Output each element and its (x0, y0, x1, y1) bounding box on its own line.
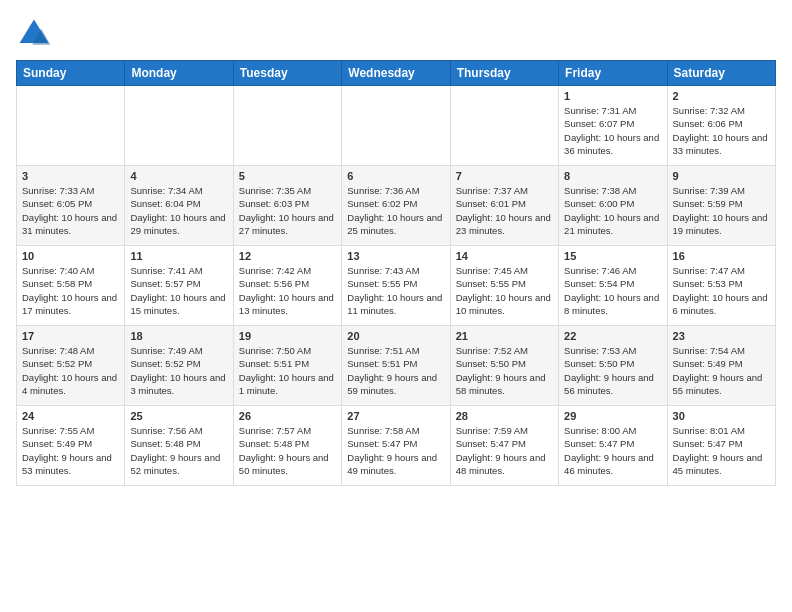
day-info: Sunrise: 7:45 AM Sunset: 5:55 PM Dayligh… (456, 264, 553, 317)
day-number: 11 (130, 250, 227, 262)
calendar-cell: 26Sunrise: 7:57 AM Sunset: 5:48 PM Dayli… (233, 406, 341, 486)
calendar-week-5: 24Sunrise: 7:55 AM Sunset: 5:49 PM Dayli… (17, 406, 776, 486)
calendar-cell: 8Sunrise: 7:38 AM Sunset: 6:00 PM Daylig… (559, 166, 667, 246)
calendar-cell: 10Sunrise: 7:40 AM Sunset: 5:58 PM Dayli… (17, 246, 125, 326)
day-info: Sunrise: 7:35 AM Sunset: 6:03 PM Dayligh… (239, 184, 336, 237)
day-number: 9 (673, 170, 770, 182)
calendar-cell: 19Sunrise: 7:50 AM Sunset: 5:51 PM Dayli… (233, 326, 341, 406)
day-number: 4 (130, 170, 227, 182)
calendar-cell (342, 86, 450, 166)
calendar-header: SundayMondayTuesdayWednesdayThursdayFrid… (17, 61, 776, 86)
header (16, 16, 776, 52)
day-number: 22 (564, 330, 661, 342)
day-number: 18 (130, 330, 227, 342)
day-number: 26 (239, 410, 336, 422)
logo-icon (16, 16, 52, 52)
calendar-week-4: 17Sunrise: 7:48 AM Sunset: 5:52 PM Dayli… (17, 326, 776, 406)
calendar-cell: 22Sunrise: 7:53 AM Sunset: 5:50 PM Dayli… (559, 326, 667, 406)
calendar-cell: 1Sunrise: 7:31 AM Sunset: 6:07 PM Daylig… (559, 86, 667, 166)
day-info: Sunrise: 7:40 AM Sunset: 5:58 PM Dayligh… (22, 264, 119, 317)
day-number: 10 (22, 250, 119, 262)
day-info: Sunrise: 7:46 AM Sunset: 5:54 PM Dayligh… (564, 264, 661, 317)
calendar-cell: 21Sunrise: 7:52 AM Sunset: 5:50 PM Dayli… (450, 326, 558, 406)
calendar-cell: 13Sunrise: 7:43 AM Sunset: 5:55 PM Dayli… (342, 246, 450, 326)
calendar-body: 1Sunrise: 7:31 AM Sunset: 6:07 PM Daylig… (17, 86, 776, 486)
calendar-cell: 15Sunrise: 7:46 AM Sunset: 5:54 PM Dayli… (559, 246, 667, 326)
day-number: 6 (347, 170, 444, 182)
calendar-cell: 7Sunrise: 7:37 AM Sunset: 6:01 PM Daylig… (450, 166, 558, 246)
day-number: 16 (673, 250, 770, 262)
calendar-cell: 5Sunrise: 7:35 AM Sunset: 6:03 PM Daylig… (233, 166, 341, 246)
calendar-cell (125, 86, 233, 166)
day-number: 21 (456, 330, 553, 342)
day-info: Sunrise: 7:43 AM Sunset: 5:55 PM Dayligh… (347, 264, 444, 317)
calendar-cell: 20Sunrise: 7:51 AM Sunset: 5:51 PM Dayli… (342, 326, 450, 406)
day-info: Sunrise: 7:31 AM Sunset: 6:07 PM Dayligh… (564, 104, 661, 157)
calendar-cell: 24Sunrise: 7:55 AM Sunset: 5:49 PM Dayli… (17, 406, 125, 486)
calendar-cell: 18Sunrise: 7:49 AM Sunset: 5:52 PM Dayli… (125, 326, 233, 406)
weekday-header-tuesday: Tuesday (233, 61, 341, 86)
calendar-cell: 9Sunrise: 7:39 AM Sunset: 5:59 PM Daylig… (667, 166, 775, 246)
calendar-cell (17, 86, 125, 166)
calendar-cell: 28Sunrise: 7:59 AM Sunset: 5:47 PM Dayli… (450, 406, 558, 486)
day-number: 23 (673, 330, 770, 342)
day-info: Sunrise: 7:50 AM Sunset: 5:51 PM Dayligh… (239, 344, 336, 397)
day-info: Sunrise: 7:37 AM Sunset: 6:01 PM Dayligh… (456, 184, 553, 237)
weekday-header-sunday: Sunday (17, 61, 125, 86)
logo (16, 16, 56, 52)
day-number: 29 (564, 410, 661, 422)
day-info: Sunrise: 7:39 AM Sunset: 5:59 PM Dayligh… (673, 184, 770, 237)
calendar-cell: 29Sunrise: 8:00 AM Sunset: 5:47 PM Dayli… (559, 406, 667, 486)
day-number: 19 (239, 330, 336, 342)
calendar-cell: 16Sunrise: 7:47 AM Sunset: 5:53 PM Dayli… (667, 246, 775, 326)
day-info: Sunrise: 7:53 AM Sunset: 5:50 PM Dayligh… (564, 344, 661, 397)
calendar-cell: 2Sunrise: 7:32 AM Sunset: 6:06 PM Daylig… (667, 86, 775, 166)
calendar-week-3: 10Sunrise: 7:40 AM Sunset: 5:58 PM Dayli… (17, 246, 776, 326)
calendar-table: SundayMondayTuesdayWednesdayThursdayFrid… (16, 60, 776, 486)
calendar-week-2: 3Sunrise: 7:33 AM Sunset: 6:05 PM Daylig… (17, 166, 776, 246)
calendar-cell: 14Sunrise: 7:45 AM Sunset: 5:55 PM Dayli… (450, 246, 558, 326)
day-info: Sunrise: 7:51 AM Sunset: 5:51 PM Dayligh… (347, 344, 444, 397)
day-number: 27 (347, 410, 444, 422)
day-number: 7 (456, 170, 553, 182)
day-info: Sunrise: 7:47 AM Sunset: 5:53 PM Dayligh… (673, 264, 770, 317)
day-number: 3 (22, 170, 119, 182)
calendar-cell: 12Sunrise: 7:42 AM Sunset: 5:56 PM Dayli… (233, 246, 341, 326)
weekday-header-row: SundayMondayTuesdayWednesdayThursdayFrid… (17, 61, 776, 86)
day-info: Sunrise: 8:01 AM Sunset: 5:47 PM Dayligh… (673, 424, 770, 477)
calendar-cell: 11Sunrise: 7:41 AM Sunset: 5:57 PM Dayli… (125, 246, 233, 326)
day-number: 13 (347, 250, 444, 262)
day-info: Sunrise: 7:49 AM Sunset: 5:52 PM Dayligh… (130, 344, 227, 397)
day-number: 15 (564, 250, 661, 262)
day-info: Sunrise: 8:00 AM Sunset: 5:47 PM Dayligh… (564, 424, 661, 477)
day-number: 20 (347, 330, 444, 342)
day-info: Sunrise: 7:34 AM Sunset: 6:04 PM Dayligh… (130, 184, 227, 237)
day-info: Sunrise: 7:52 AM Sunset: 5:50 PM Dayligh… (456, 344, 553, 397)
calendar-cell: 27Sunrise: 7:58 AM Sunset: 5:47 PM Dayli… (342, 406, 450, 486)
day-info: Sunrise: 7:58 AM Sunset: 5:47 PM Dayligh… (347, 424, 444, 477)
weekday-header-friday: Friday (559, 61, 667, 86)
day-info: Sunrise: 7:56 AM Sunset: 5:48 PM Dayligh… (130, 424, 227, 477)
day-number: 8 (564, 170, 661, 182)
weekday-header-saturday: Saturday (667, 61, 775, 86)
day-number: 30 (673, 410, 770, 422)
day-number: 28 (456, 410, 553, 422)
day-info: Sunrise: 7:32 AM Sunset: 6:06 PM Dayligh… (673, 104, 770, 157)
calendar-cell: 4Sunrise: 7:34 AM Sunset: 6:04 PM Daylig… (125, 166, 233, 246)
day-number: 12 (239, 250, 336, 262)
day-info: Sunrise: 7:42 AM Sunset: 5:56 PM Dayligh… (239, 264, 336, 317)
day-info: Sunrise: 7:38 AM Sunset: 6:00 PM Dayligh… (564, 184, 661, 237)
calendar-cell: 3Sunrise: 7:33 AM Sunset: 6:05 PM Daylig… (17, 166, 125, 246)
day-info: Sunrise: 7:55 AM Sunset: 5:49 PM Dayligh… (22, 424, 119, 477)
day-info: Sunrise: 7:48 AM Sunset: 5:52 PM Dayligh… (22, 344, 119, 397)
calendar-cell (450, 86, 558, 166)
day-number: 2 (673, 90, 770, 102)
day-info: Sunrise: 7:36 AM Sunset: 6:02 PM Dayligh… (347, 184, 444, 237)
calendar-cell: 30Sunrise: 8:01 AM Sunset: 5:47 PM Dayli… (667, 406, 775, 486)
calendar-cell (233, 86, 341, 166)
day-number: 17 (22, 330, 119, 342)
day-number: 24 (22, 410, 119, 422)
day-number: 14 (456, 250, 553, 262)
weekday-header-wednesday: Wednesday (342, 61, 450, 86)
calendar-cell: 6Sunrise: 7:36 AM Sunset: 6:02 PM Daylig… (342, 166, 450, 246)
